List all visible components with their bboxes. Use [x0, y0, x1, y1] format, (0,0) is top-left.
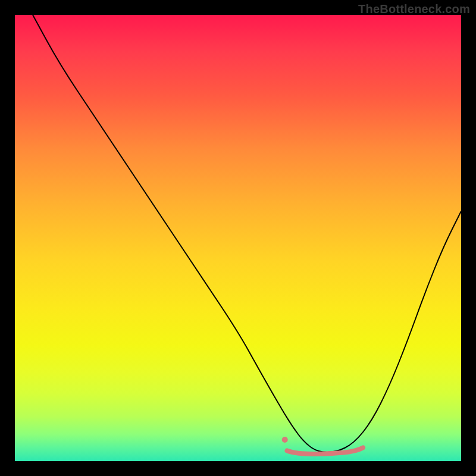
watermark-text: TheBottleneck.com: [358, 2, 470, 16]
plot-area: [15, 15, 461, 461]
bottleneck-curve: [33, 15, 461, 452]
marker-dot: [282, 437, 288, 443]
chart-container: TheBottleneck.com: [0, 0, 476, 476]
chart-svg: [15, 15, 461, 461]
optimal-range-marker: [287, 448, 364, 454]
